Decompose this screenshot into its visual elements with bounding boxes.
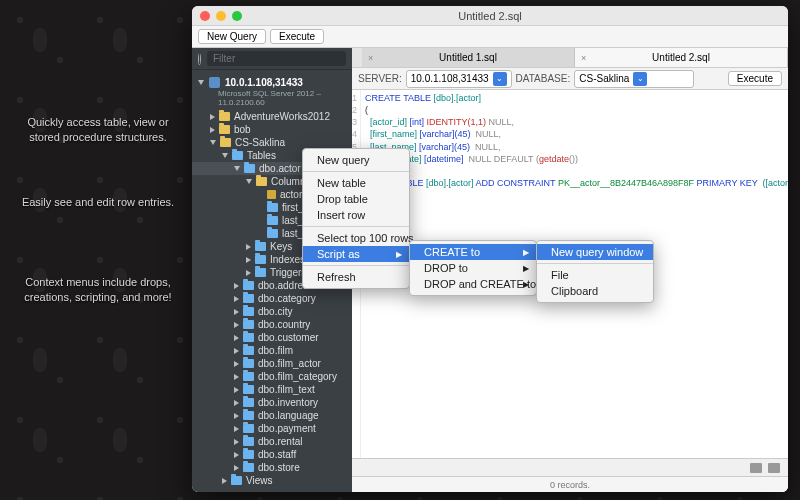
table-dbo-category[interactable]: dbo.category — [192, 292, 352, 305]
table-icon — [243, 424, 254, 433]
toolbar: New Query Execute — [192, 26, 788, 48]
results-toolbar — [352, 458, 788, 476]
window-title: Untitled 2.sql — [192, 10, 788, 22]
table-dbo-language[interactable]: dbo.language — [192, 409, 352, 422]
folder-icon — [231, 476, 242, 485]
status-bar: 0 records. — [352, 476, 788, 492]
close-icon[interactable] — [200, 11, 210, 21]
folder-icon — [232, 151, 243, 160]
ctx-insert-row[interactable]: Insert row — [303, 207, 409, 223]
table-dbo-film_category[interactable]: dbo.film_category — [192, 370, 352, 383]
database-label: DATABASE: — [516, 73, 571, 84]
table-icon — [243, 385, 254, 394]
context-submenu-script: CREATE to DROP to DROP and CREATE to — [409, 240, 537, 296]
server-label: SERVER: — [358, 73, 402, 84]
column-icon — [267, 216, 278, 225]
tab-untitled-2[interactable]: ×Untitled 2.sql — [575, 48, 788, 67]
column-icon — [267, 203, 278, 212]
ctx-clipboard[interactable]: Clipboard — [537, 283, 653, 299]
table-dbo-store[interactable]: dbo.store — [192, 461, 352, 474]
table-dbo-inventory[interactable]: dbo.inventory — [192, 396, 352, 409]
table-icon — [243, 281, 254, 290]
server-icon — [209, 77, 220, 88]
folder-icon — [255, 255, 266, 264]
table-icon — [243, 307, 254, 316]
table-icon — [243, 320, 254, 329]
ctx-create-to[interactable]: CREATE to — [410, 244, 536, 260]
table-dbo-country[interactable]: dbo.country — [192, 318, 352, 331]
context-menu-table: New query New table Drop table Insert ro… — [302, 148, 410, 289]
table-icon — [243, 463, 254, 472]
promo-text-3: Context menus include drops, creations, … — [18, 275, 178, 305]
context-submenu-target: New query window File Clipboard — [536, 240, 654, 303]
table-icon — [243, 437, 254, 446]
table-dbo-staff[interactable]: dbo.staff — [192, 448, 352, 461]
table-dbo-city[interactable]: dbo.city — [192, 305, 352, 318]
server-select[interactable]: 10.0.1.108,31433⌄ — [406, 70, 512, 88]
database-icon — [219, 112, 230, 121]
table-dbo-customer[interactable]: dbo.customer — [192, 331, 352, 344]
execute-query-button[interactable]: Execute — [728, 71, 782, 86]
ctx-drop-to[interactable]: DROP to — [410, 260, 536, 276]
table-dbo-film_actor[interactable]: dbo.film_actor — [192, 357, 352, 370]
database-icon — [220, 138, 231, 147]
table-icon — [243, 398, 254, 407]
database-select[interactable]: CS-Saklina⌄ — [574, 70, 694, 88]
table-icon — [243, 359, 254, 368]
ctx-select-top[interactable]: Select top 100 rows — [303, 230, 409, 246]
text-view-icon[interactable] — [768, 463, 780, 473]
close-tab-icon[interactable]: × — [581, 53, 586, 63]
traffic-lights — [200, 11, 242, 21]
titlebar: Untitled 2.sql — [192, 6, 788, 26]
table-icon — [243, 450, 254, 459]
table-dbo-film[interactable]: dbo.film — [192, 344, 352, 357]
editor-tabs: ×Untitled 1.sql ×Untitled 2.sql — [352, 48, 788, 68]
table-dbo-payment[interactable]: dbo.payment — [192, 422, 352, 435]
connection-bar: SERVER: 10.0.1.108,31433⌄ DATABASE: CS-S… — [352, 68, 788, 90]
promo-text-1: Quickly access table, view or stored pro… — [18, 115, 178, 145]
ctx-script-as[interactable]: Script as — [303, 246, 409, 262]
table-dbo-rental[interactable]: dbo.rental — [192, 435, 352, 448]
ctx-new-table[interactable]: New table — [303, 175, 409, 191]
table-icon — [243, 411, 254, 420]
table-icon — [244, 164, 255, 173]
column-icon — [267, 229, 278, 238]
folder-icon — [256, 177, 267, 186]
dropdown-icon: ⌄ — [493, 72, 507, 86]
close-tab-icon[interactable]: × — [368, 53, 373, 63]
ctx-drop-table[interactable]: Drop table — [303, 191, 409, 207]
grid-view-icon[interactable] — [750, 463, 762, 473]
table-dbo-film_text[interactable]: dbo.film_text — [192, 383, 352, 396]
table-icon — [243, 294, 254, 303]
db-adventureworks[interactable]: AdventureWorks2012 — [192, 110, 352, 123]
server-node[interactable]: 10.0.1.108,31433 Microsoft SQL Server 20… — [192, 74, 352, 110]
minimize-icon[interactable] — [216, 11, 226, 21]
database-icon — [219, 125, 230, 134]
ctx-drop-create-to[interactable]: DROP and CREATE to — [410, 276, 536, 292]
folder-icon — [255, 242, 266, 251]
key-icon — [267, 190, 276, 199]
promo-text-2: Easily see and edit row entries. — [18, 195, 178, 210]
ctx-new-query[interactable]: New query — [303, 152, 409, 168]
filter-input[interactable] — [207, 51, 346, 66]
table-icon — [243, 346, 254, 355]
zoom-icon[interactable] — [232, 11, 242, 21]
tab-untitled-1[interactable]: ×Untitled 1.sql — [362, 48, 575, 67]
ctx-file[interactable]: File — [537, 267, 653, 283]
table-icon — [243, 333, 254, 342]
refresh-icon[interactable] — [198, 53, 201, 65]
ctx-new-query-window[interactable]: New query window — [537, 244, 653, 260]
table-icon — [243, 372, 254, 381]
group-views[interactable]: Views — [192, 474, 352, 487]
dropdown-icon: ⌄ — [633, 72, 647, 86]
new-query-button[interactable]: New Query — [198, 29, 266, 44]
db-bob[interactable]: bob — [192, 123, 352, 136]
execute-button[interactable]: Execute — [270, 29, 324, 44]
ctx-refresh[interactable]: Refresh — [303, 269, 409, 285]
folder-icon — [255, 268, 266, 277]
